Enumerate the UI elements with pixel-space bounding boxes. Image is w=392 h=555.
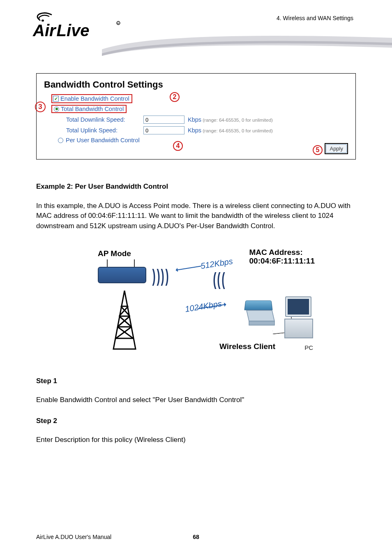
wireless-client-label: Wireless Client — [219, 341, 275, 352]
mac-address-label: MAC Address: 00:04:6F:11:11:11 — [249, 248, 315, 266]
network-diagram: AP Mode MAC Address: 00:04:6F:11:11:11 )… — [79, 248, 313, 359]
example-paragraph: In this example, the A.DUO is Access Poi… — [36, 201, 356, 231]
uplink-label: Total Uplink Speed: — [66, 127, 140, 134]
wireless-client-icon — [245, 300, 275, 337]
enable-bandwidth-checkbox[interactable]: ✔ — [53, 96, 59, 102]
total-bandwidth-radio[interactable] — [54, 106, 59, 112]
total-bandwidth-label: Total Bandwidth Control — [61, 106, 124, 112]
signal-left-icon: )))) — [151, 263, 169, 289]
step1-heading: Step 1 — [36, 376, 356, 386]
uplink-rate: 512Kbps — [200, 255, 234, 272]
header-swoosh — [102, 33, 392, 55]
step2-heading: Step 2 — [36, 416, 356, 426]
pc-icon — [282, 296, 316, 342]
pc-label: PC — [304, 343, 313, 352]
svg-text:R: R — [117, 22, 120, 25]
step1-text: Enable Bandwidth Control and select "Per… — [36, 395, 356, 405]
bandwidth-settings-panel: Bandwidth Control Settings ✔ Enable Band… — [36, 73, 356, 160]
svg-marker-4 — [113, 291, 136, 349]
marker-2: 2 — [170, 92, 180, 102]
uplink-arrow — [177, 266, 201, 270]
uplink-hint: Kbps (range: 64-65535, 0 for unlimited) — [188, 127, 273, 134]
downlink-input[interactable] — [143, 116, 184, 124]
router-icon — [98, 262, 150, 287]
total-bandwidth-outline: Total Bandwidth Control — [51, 105, 127, 113]
per-user-label: Per User Bandwidth Control — [66, 137, 140, 143]
enable-bandwidth-label: Enable Bandwidth Control — [60, 95, 129, 102]
example-heading: Example 2: Per User Bandwidth Control — [36, 182, 356, 192]
page-number: 68 — [188, 534, 204, 540]
panel-title: Bandwidth Control Settings — [44, 79, 348, 90]
apply-button[interactable]: Apply — [326, 144, 347, 153]
chapter-title: 4. Wireless and WAN Settings — [277, 15, 353, 21]
svg-line-9 — [116, 327, 131, 338]
svg-text:AirLive: AirLive — [32, 21, 90, 39]
footer-manual-title: AirLive A.DUO User's Manual — [36, 534, 188, 540]
per-user-radio[interactable] — [58, 138, 63, 143]
ap-mode-label: AP Mode — [98, 248, 131, 259]
marker-5: 5 — [313, 145, 323, 155]
downlink-label: Total Downlink Speed: — [66, 116, 140, 123]
svg-line-10 — [118, 327, 133, 338]
tower-icon — [110, 289, 139, 351]
apply-outline: Apply — [325, 143, 348, 154]
step2-text: Enter Description for this policy (Wirel… — [36, 435, 356, 445]
enable-bandwidth-outline: ✔ Enable Bandwidth Control — [51, 94, 132, 103]
marker-3: 3 — [35, 102, 46, 112]
downlink-hint: Kbps (range: 64-65535, 0 for unlimited) — [188, 116, 273, 123]
marker-4: 4 — [173, 141, 183, 151]
uplink-input[interactable] — [143, 126, 184, 134]
downlink-rate: 1024Kbps — [184, 298, 223, 315]
